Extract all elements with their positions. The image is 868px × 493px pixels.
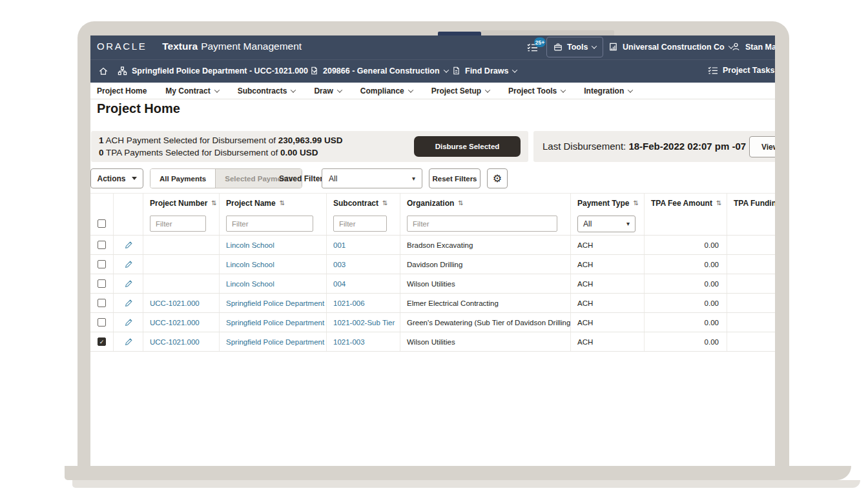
project-name-link[interactable]: Springfield Police Department: [220, 332, 327, 351]
tpa-fee-cell: 0.00: [645, 332, 727, 351]
nav-project-setup[interactable]: Project Setup: [431, 86, 490, 96]
edit-pencil-icon[interactable]: [124, 260, 133, 269]
tpa-fee-cell: 0.00: [645, 255, 727, 274]
filter-project-name[interactable]: [226, 216, 313, 232]
actions-button[interactable]: Actions: [90, 168, 143, 188]
chevron-down-icon: [214, 87, 219, 92]
nav-subcontracts[interactable]: Subcontracts: [238, 86, 296, 96]
company-switcher[interactable]: Universal Construction Co: [608, 42, 733, 52]
edit-pencil-icon[interactable]: [124, 279, 133, 288]
payment-type-cell: ACH: [571, 236, 645, 254]
row-checkbox[interactable]: [98, 299, 106, 307]
tpa-fee-cell: 0.00: [645, 274, 727, 293]
chevron-down-icon: [291, 87, 296, 92]
project-name-link[interactable]: Lincoln School: [220, 274, 327, 293]
find-draws-menu[interactable]: Find Draws: [452, 66, 517, 75]
subcontract-link[interactable]: 004: [327, 274, 400, 293]
col-tpa-funding[interactable]: TPA Funding: [734, 199, 775, 208]
select-all-checkbox[interactable]: [98, 219, 106, 228]
nav-project-tools[interactable]: Project Tools: [508, 86, 565, 96]
row-checkbox[interactable]: [98, 260, 106, 268]
project-number-link[interactable]: UCC-1021.000: [143, 332, 220, 351]
filter-subcontract[interactable]: [333, 216, 387, 232]
filter-project-number[interactable]: [150, 216, 206, 232]
project-number-link[interactable]: [143, 255, 220, 274]
subcontract-link[interactable]: 001: [327, 236, 400, 254]
subcontract-link[interactable]: 1021-006: [327, 294, 400, 312]
person-icon: [731, 42, 741, 52]
briefcase-icon: [553, 43, 563, 52]
subcontract-link[interactable]: 1021-003: [327, 332, 400, 351]
table-row: UCC-1021.000 Springfield Police Departme…: [90, 332, 775, 352]
subcontract-link[interactable]: 1021-002-Sub Tier: [327, 313, 400, 332]
ach-summary-line: 1 ACH Payment Selected for Disbursement …: [99, 136, 343, 145]
contract-context-label: 209866 - General Construction: [323, 66, 440, 75]
project-context-switcher[interactable]: Springfield Police Department - UCC-1021…: [118, 66, 316, 76]
sort-icon: ⇅: [382, 199, 388, 206]
project-name-link[interactable]: Lincoln School: [220, 255, 327, 274]
col-project-name[interactable]: Project Name⇅: [226, 199, 285, 208]
col-project-number[interactable]: Project Number⇅: [150, 199, 217, 208]
disbursement-summary-panel: 1 ACH Payment Selected for Disbursement …: [91, 131, 528, 162]
tpa-fee-cell: 0.00: [645, 236, 727, 254]
col-payment-type[interactable]: Payment Type⇅: [577, 199, 639, 208]
project-number-link[interactable]: UCC-1021.000: [143, 313, 220, 332]
brand: ORACLE Textura Payment Management: [97, 41, 302, 52]
find-draws-label: Find Draws: [465, 66, 508, 75]
reset-filters-button[interactable]: Reset Filters: [429, 168, 480, 188]
nav-compliance[interactable]: Compliance: [360, 86, 413, 96]
home-icon[interactable]: [98, 66, 108, 76]
col-tpa-fee-amount[interactable]: TPA Fee Amount⇅: [651, 199, 721, 208]
saved-filters-select[interactable]: All ▾: [322, 168, 422, 188]
table-toolbar: Actions All Payments Selected Payments S…: [90, 168, 775, 189]
disburse-selected-button[interactable]: Disburse Selected: [414, 136, 521, 157]
edit-pencil-icon[interactable]: [124, 318, 133, 327]
product-name-bold: Textura: [162, 41, 198, 52]
table-row: Lincoln School 004 Wilson Utilities ACH …: [90, 274, 775, 294]
user-menu[interactable]: Stan Mart: [731, 42, 775, 52]
gear-icon[interactable]: ⚙: [487, 168, 508, 188]
document-icon: [452, 66, 460, 75]
payment-type-cell: ACH: [571, 274, 645, 293]
sort-icon: ⇅: [280, 199, 285, 206]
app-header: ORACLE Textura Payment Management 25+ To…: [90, 35, 775, 83]
oracle-logo: ORACLE: [97, 41, 147, 52]
table-row: Lincoln School 003 Davidson Drilling ACH…: [90, 255, 775, 274]
project-name-link[interactable]: Springfield Police Department: [220, 313, 327, 332]
project-tasks-button[interactable]: Project Tasks: [708, 66, 774, 75]
edit-pencil-icon[interactable]: [124, 337, 133, 347]
nav-integration[interactable]: Integration: [584, 86, 632, 96]
project-number-link[interactable]: [143, 274, 220, 293]
row-checkbox[interactable]: [98, 318, 106, 327]
nav-my-contract[interactable]: My Contract: [165, 86, 218, 96]
project-number-link[interactable]: UCC-1021.000: [143, 294, 220, 312]
nav-project-home[interactable]: Project Home: [97, 86, 147, 96]
row-checkbox[interactable]: [98, 279, 106, 288]
filter-payment-type[interactable]: All▾: [577, 216, 636, 232]
page-title: Project Home: [97, 101, 180, 116]
tools-button[interactable]: Tools: [546, 37, 603, 57]
organization-cell: Wilson Utilities: [400, 274, 571, 293]
filter-organization[interactable]: [407, 216, 557, 232]
subcontract-link[interactable]: 003: [327, 255, 400, 274]
chevron-down-icon: [443, 67, 448, 72]
view-payments-button[interactable]: View P: [749, 136, 775, 157]
organization-cell: Green's Dewatering (Sub Tier of Davidson…: [400, 313, 571, 332]
company-name: Universal Construction Co: [623, 43, 725, 52]
col-organization[interactable]: Organization⇅: [407, 199, 464, 208]
sort-icon: ⇅: [458, 199, 463, 206]
product-name: Payment Management: [201, 41, 302, 52]
row-checkbox[interactable]: [98, 241, 106, 249]
row-checkbox[interactable]: [98, 337, 106, 346]
project-name-link[interactable]: Springfield Police Department: [220, 294, 327, 312]
project-name-link[interactable]: Lincoln School: [220, 236, 327, 254]
contract-context-switcher[interactable]: 209866 - General Construction: [310, 66, 448, 75]
app-screen: ORACLE Textura Payment Management 25+ To…: [90, 35, 775, 466]
edit-pencil-icon[interactable]: [124, 241, 133, 250]
col-subcontract[interactable]: Subcontract⇅: [333, 199, 388, 208]
tpa-fee-cell: 0.00: [645, 294, 727, 312]
edit-pencil-icon[interactable]: [124, 299, 133, 308]
all-payments-tab[interactable]: All Payments: [150, 169, 216, 188]
nav-draw[interactable]: Draw: [314, 86, 341, 96]
project-number-link[interactable]: [143, 236, 220, 254]
